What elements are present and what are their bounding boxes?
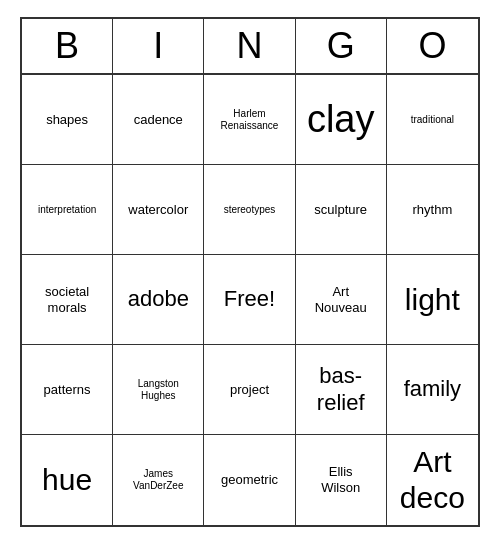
bingo-card: BINGO shapescadenceHarlemRenaissanceclay… [20, 17, 480, 527]
header-letter: B [22, 19, 113, 73]
header-letter: O [387, 19, 478, 73]
bingo-cell: Artdeco [387, 435, 478, 525]
cell-text: interpretation [38, 204, 96, 216]
bingo-cell: traditional [387, 75, 478, 165]
bingo-cell: family [387, 345, 478, 435]
bingo-cell: watercolor [113, 165, 204, 255]
cell-text: bas-relief [317, 363, 365, 416]
cell-text: HarlemRenaissance [221, 108, 279, 132]
bingo-header: BINGO [22, 19, 478, 75]
header-letter: N [204, 19, 295, 73]
cell-text: patterns [44, 382, 91, 398]
header-letter: I [113, 19, 204, 73]
bingo-cell: rhythm [387, 165, 478, 255]
bingo-cell: HarlemRenaissance [204, 75, 295, 165]
cell-text: Artdeco [400, 444, 465, 516]
bingo-cell: sculpture [296, 165, 387, 255]
bingo-cell: clay [296, 75, 387, 165]
cell-text: societalmorals [45, 284, 89, 315]
cell-text: stereotypes [224, 204, 276, 216]
bingo-cell: interpretation [22, 165, 113, 255]
bingo-cell: bas-relief [296, 345, 387, 435]
bingo-cell: cadence [113, 75, 204, 165]
bingo-cell: EllisWilson [296, 435, 387, 525]
bingo-cell: Free! [204, 255, 295, 345]
cell-text: watercolor [128, 202, 188, 218]
bingo-grid: shapescadenceHarlemRenaissanceclaytradit… [22, 75, 478, 525]
bingo-cell: ArtNouveau [296, 255, 387, 345]
cell-text: cadence [134, 112, 183, 128]
bingo-cell: stereotypes [204, 165, 295, 255]
cell-text: project [230, 382, 269, 398]
bingo-cell: project [204, 345, 295, 435]
cell-text: family [404, 376, 461, 402]
cell-text: shapes [46, 112, 88, 128]
cell-text: clay [307, 97, 375, 143]
bingo-cell: light [387, 255, 478, 345]
cell-text: LangstonHughes [138, 378, 179, 402]
bingo-cell: hue [22, 435, 113, 525]
cell-text: Free! [224, 286, 275, 312]
cell-text: EllisWilson [321, 464, 360, 495]
cell-text: sculpture [314, 202, 367, 218]
cell-text: adobe [128, 286, 189, 312]
bingo-cell: JamesVanDerZee [113, 435, 204, 525]
cell-text: traditional [411, 114, 454, 126]
cell-text: geometric [221, 472, 278, 488]
bingo-cell: geometric [204, 435, 295, 525]
bingo-cell: patterns [22, 345, 113, 435]
bingo-cell: adobe [113, 255, 204, 345]
bingo-cell: LangstonHughes [113, 345, 204, 435]
cell-text: hue [42, 462, 92, 498]
bingo-cell: shapes [22, 75, 113, 165]
bingo-cell: societalmorals [22, 255, 113, 345]
cell-text: light [405, 282, 460, 318]
cell-text: rhythm [413, 202, 453, 218]
cell-text: ArtNouveau [315, 284, 367, 315]
cell-text: JamesVanDerZee [133, 468, 183, 492]
header-letter: G [296, 19, 387, 73]
